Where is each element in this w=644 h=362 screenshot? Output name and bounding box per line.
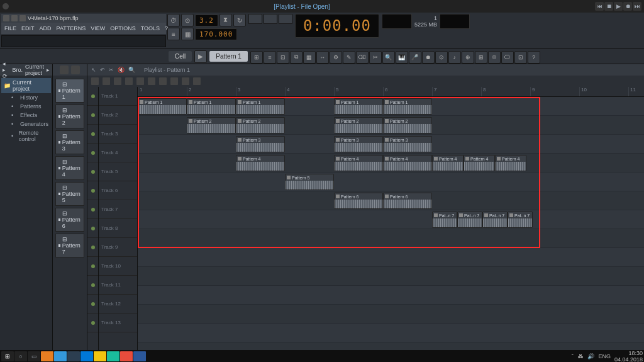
countdown-icon[interactable]: ⧗: [219, 14, 232, 26]
tray-up-icon[interactable]: ˄: [571, 353, 574, 359]
track-lane-9[interactable]: [138, 248, 644, 267]
pattern-4[interactable]: ⊟ Pattern 4: [55, 156, 84, 180]
clip-pattern-1[interactable]: Pattern 1: [187, 98, 236, 115]
toolbar-btn-0[interactable]: ⊞: [250, 51, 263, 64]
toolbar-btn-9[interactable]: ✂: [369, 51, 382, 64]
pl-tool-1[interactable]: [103, 77, 110, 85]
browser-item-history[interactable]: •History: [1, 93, 51, 102]
toolbar-btn-7[interactable]: ✎: [343, 51, 355, 64]
search-icon[interactable]: ○: [14, 351, 27, 361]
track-lane-13[interactable]: [138, 324, 644, 342]
ruler-bar[interactable]: 4: [285, 87, 334, 96]
transport-rec-icon[interactable]: ⏺: [623, 2, 632, 11]
clip-pat-n-7[interactable]: Pat..n 7: [482, 212, 508, 228]
pl-tool-8[interactable]: [182, 77, 189, 85]
pl-tool-9[interactable]: [193, 77, 201, 85]
track-header-11[interactable]: Track 11: [99, 276, 137, 295]
clip-pattern-2[interactable]: Pattern 2: [383, 117, 432, 133]
track-lane-12[interactable]: [138, 305, 644, 324]
transport-next-icon[interactable]: ⏭: [633, 2, 641, 11]
tempo-display[interactable]: 170.000: [195, 28, 237, 40]
menu-file[interactable]: FILE: [3, 25, 18, 31]
track-header-5[interactable]: Track 5: [99, 162, 137, 181]
track-header-1[interactable]: Track 1: [99, 87, 137, 106]
app-flstudio-icon[interactable]: [41, 351, 53, 361]
toolbar-btn-8[interactable]: ⌫: [356, 51, 369, 64]
browser-item-patterns[interactable]: •Patterns: [1, 102, 51, 111]
track-lane-7[interactable]: [138, 210, 644, 229]
track-lane-5[interactable]: [138, 173, 644, 191]
play-button[interactable]: ▶: [194, 50, 207, 63]
menu-options[interactable]: OPTIONS: [108, 25, 138, 31]
app-edge-icon[interactable]: [80, 351, 93, 361]
tool-arrow-icon[interactable]: ↖: [91, 67, 96, 73]
ruler-bar[interactable]: 11: [628, 87, 644, 96]
app-word-icon[interactable]: [133, 351, 146, 361]
ruler-bar[interactable]: 6: [383, 87, 432, 96]
track-header-6[interactable]: Track 6: [99, 181, 137, 200]
ruler-bar[interactable]: 9: [530, 87, 579, 96]
ruler-bar[interactable]: 8: [481, 87, 530, 96]
app-icon[interactable]: [54, 351, 67, 361]
clip-pattern-3[interactable]: Pattern 3: [334, 136, 383, 152]
metronome-icon[interactable]: ⏱: [167, 14, 180, 26]
transport-play-icon[interactable]: ▶: [614, 2, 623, 11]
track-header-9[interactable]: Track 9: [99, 238, 137, 257]
toolbar-btn-17[interactable]: ⊞: [475, 51, 487, 64]
app-icon[interactable]: [67, 351, 80, 361]
track-mute-11[interactable]: [87, 276, 98, 295]
track-mute-5[interactable]: [87, 162, 98, 181]
toolbar-btn-13[interactable]: ⏺: [422, 51, 435, 64]
pl-tool-4[interactable]: [136, 77, 144, 85]
clip-pattern-3[interactable]: Pattern 3: [236, 136, 285, 152]
clip-pattern-4[interactable]: Pattern 4: [383, 155, 432, 171]
clip-pattern-3[interactable]: Pattern 3: [383, 136, 432, 152]
toolbar-btn-1[interactable]: ≡: [264, 51, 276, 64]
picker-tab-icon[interactable]: [60, 65, 69, 74]
track-header-8[interactable]: Track 8: [99, 219, 137, 238]
pl-tool-7[interactable]: [170, 77, 178, 85]
toolbar-btn-2[interactable]: ⊡: [277, 51, 289, 64]
clip-pattern-1[interactable]: Pattern 1: [334, 98, 383, 115]
track-header-12[interactable]: Track 12: [99, 295, 137, 314]
loop-icon[interactable]: ↻: [233, 14, 246, 26]
track-mute-12[interactable]: [87, 295, 98, 314]
pl-tool-6[interactable]: [159, 77, 167, 85]
toolbar-btn-18[interactable]: ⧈: [488, 51, 501, 64]
app-opera-icon[interactable]: [120, 351, 133, 361]
ruler-bar[interactable]: 7: [432, 87, 481, 96]
track-mute-1[interactable]: [87, 87, 98, 106]
wait-icon[interactable]: ⊙: [181, 14, 194, 26]
tray-lang[interactable]: ENG: [598, 353, 611, 359]
tool-undo-icon[interactable]: ↶: [100, 67, 105, 73]
clip-pattern-4[interactable]: Pattern 4: [432, 155, 464, 171]
track-header-10[interactable]: Track 10: [99, 257, 137, 276]
track-mute-4[interactable]: [87, 144, 98, 162]
ruler-bar[interactable]: 1: [138, 87, 187, 96]
clip-pattern-1[interactable]: Pattern 1: [138, 98, 187, 115]
track-mute-2[interactable]: [87, 106, 98, 125]
toolbar-btn-5[interactable]: ↔: [316, 51, 329, 64]
app-icon[interactable]: [107, 351, 119, 361]
pl-tool-5[interactable]: [148, 77, 155, 85]
start-button[interactable]: ⊞: [1, 351, 14, 361]
toolbar-btn-19[interactable]: 🖵: [501, 51, 514, 64]
ruler-bar[interactable]: 10: [579, 87, 628, 96]
pattern-6[interactable]: ⊟ Pattern 6: [55, 208, 84, 232]
picker-tab-icon[interactable]: [71, 65, 80, 74]
clip-pattern-4[interactable]: Pattern 4: [236, 155, 285, 171]
tool-cut-icon[interactable]: ✂: [109, 67, 114, 73]
ruler-bar[interactable]: 5: [334, 87, 383, 96]
menu-add[interactable]: ADD: [38, 25, 53, 31]
track-lane-10[interactable]: [138, 267, 644, 286]
file-close-icon[interactable]: [19, 15, 26, 21]
taskview-icon[interactable]: ▭: [28, 351, 40, 361]
snap-selector[interactable]: Cell: [169, 51, 192, 62]
song-mode-icon[interactable]: ≡: [167, 28, 180, 40]
toolbar-btn-20[interactable]: ⊡: [514, 51, 527, 64]
ruler-bar[interactable]: 2: [187, 87, 236, 96]
clip-pattern-6[interactable]: Pattern 6: [334, 193, 383, 209]
clip-pattern-6[interactable]: Pattern 6: [383, 193, 432, 209]
pattern-selector[interactable]: Pattern 1: [209, 51, 248, 62]
browser-item-remote-control[interactable]: •Remote control: [1, 128, 51, 144]
